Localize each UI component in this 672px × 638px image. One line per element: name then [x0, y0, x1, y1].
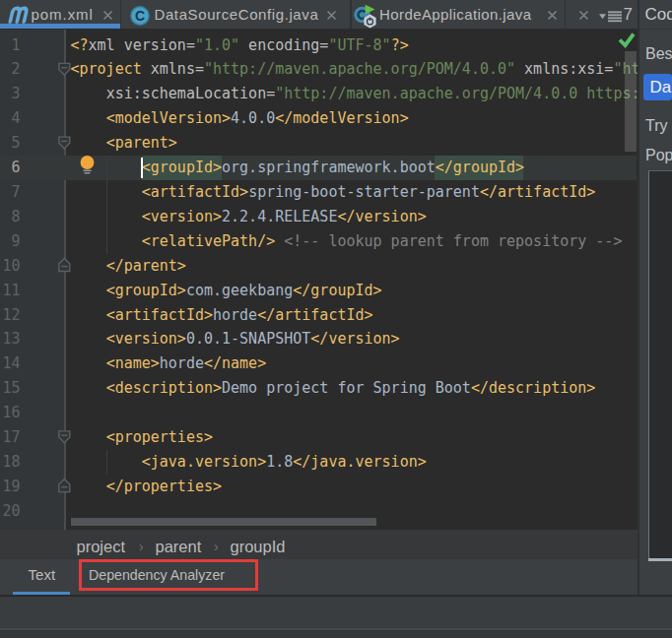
svg-text:C: C [135, 8, 145, 24]
